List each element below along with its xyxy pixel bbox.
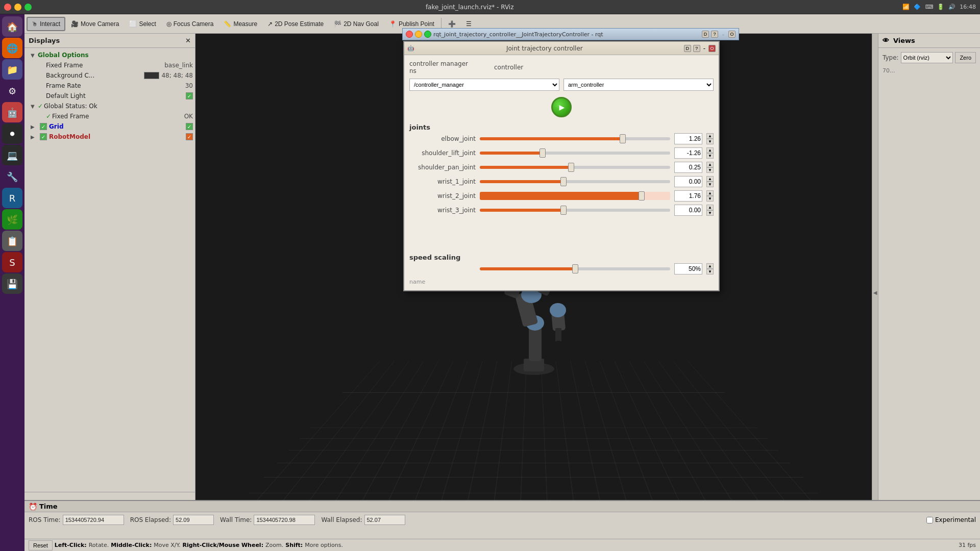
views-zero-button[interactable]: Zero [955, 52, 976, 63]
speed-thumb[interactable] [572, 264, 578, 273]
dock-icon-storage[interactable]: 💾 [2, 273, 22, 294]
tree-item-global-options[interactable]: ▼ Global Options [24, 50, 195, 60]
grid-enable-checkbox[interactable] [186, 123, 193, 130]
dock-icon-wrench[interactable]: 🔧 [2, 166, 22, 187]
wrist-3-value[interactable] [674, 205, 702, 216]
bg-color-box[interactable] [144, 72, 159, 79]
interact-button[interactable]: 🖱 Interact [27, 17, 65, 31]
grid-arrow[interactable]: ▶ [31, 124, 38, 130]
shoulder-pan-value[interactable] [674, 162, 702, 173]
shoulder-pan-slider-container[interactable] [480, 162, 670, 172]
ros-time-input[interactable] [63, 515, 124, 525]
dock-icon-green[interactable]: 🌿 [2, 209, 22, 230]
wrist-1-thumb[interactable] [560, 177, 567, 186]
wrist-1-spin-up[interactable]: ▲ [706, 176, 714, 182]
shoulder-lift-spin-down[interactable]: ▼ [706, 153, 714, 159]
tree-item-default-light[interactable]: Default Light [24, 91, 195, 101]
wrist-2-slider-container[interactable] [480, 191, 670, 201]
wrist-2-value[interactable] [674, 190, 702, 202]
tree-item-robot-model[interactable]: ▶ RobotModel [24, 132, 195, 142]
shoulder-lift-slider-container[interactable] [480, 148, 670, 158]
jtc-close-button[interactable]: O [708, 45, 716, 52]
elbow-value-input[interactable] [674, 133, 702, 144]
tree-item-grid[interactable]: ▶ Grid [24, 121, 195, 132]
shoulder-pan-thumb[interactable] [568, 163, 574, 172]
grid-checkbox[interactable] [40, 123, 47, 130]
robot-model-checkbox[interactable] [40, 133, 47, 140]
shoulder-lift-thumb[interactable] [540, 148, 546, 158]
wrist-2-thumb[interactable] [639, 191, 645, 201]
wrist-3-thumb[interactable] [560, 206, 567, 215]
global-options-arrow[interactable]: ▼ [31, 53, 38, 58]
global-status-arrow[interactable]: ▼ [31, 104, 38, 109]
reset-button[interactable]: Reset [29, 540, 53, 550]
speed-slider-container[interactable] [480, 264, 670, 274]
rqt-maximize-button[interactable] [424, 31, 431, 38]
robot-model-arrow[interactable]: ▶ [31, 134, 38, 140]
tree-item-fixed-frame-status[interactable]: ✓ Fixed Frame OK [24, 111, 195, 121]
dock-icon-unity[interactable]: ⚫ [2, 123, 22, 144]
elbow-slider-container[interactable] [480, 134, 670, 144]
wrist-2-spin-down[interactable]: ▼ [706, 196, 714, 202]
dock-icon-ros[interactable]: 🤖 [2, 102, 22, 122]
jtc-go-button[interactable] [551, 97, 572, 117]
speed-value-input[interactable] [674, 263, 702, 274]
rqt-d-button[interactable]: D [702, 31, 709, 38]
wrist-3-spin-down[interactable]: ▼ [706, 210, 714, 216]
wrist-1-spin-down[interactable]: ▼ [706, 182, 714, 187]
measure-button[interactable]: 📏 Measure [219, 17, 262, 31]
elbow-spin-up[interactable]: ▲ [706, 133, 714, 139]
rqt-help-button[interactable]: ? [711, 31, 718, 38]
collapse-handle[interactable]: ◀ [872, 34, 878, 551]
dock-icon-terminal[interactable]: 💻 [2, 145, 22, 165]
shoulder-pan-spin-up[interactable]: ▲ [706, 162, 714, 167]
rqt-close-button[interactable] [406, 31, 413, 38]
wrist-1-slider-container[interactable] [480, 177, 670, 187]
rqt-minimize-button[interactable] [415, 31, 422, 38]
pose-estimate-button[interactable]: ↗ 2D Pose Estimate [263, 17, 328, 31]
views-type-select[interactable]: Orbit (rviz) [901, 52, 953, 63]
jtc-help-button[interactable]: ? [693, 45, 700, 52]
shoulder-lift-value[interactable] [674, 147, 702, 159]
ros-elapsed-input[interactable] [173, 515, 214, 525]
dock-icon-settings[interactable]: ⚙ [2, 81, 22, 101]
elbow-spin-down[interactable]: ▼ [706, 139, 714, 144]
rqt-close2-button[interactable]: O [728, 31, 736, 38]
wall-time-input[interactable] [254, 515, 315, 525]
maximize-button[interactable] [24, 4, 32, 11]
controller-manager-select[interactable]: /controller_manager [409, 79, 559, 91]
dock-icon-red-s[interactable]: S [2, 252, 22, 272]
move-camera-button[interactable]: 🎥 Move Camera [66, 17, 124, 31]
experimental-checkbox[interactable] [926, 517, 933, 523]
controller-select[interactable]: arm_controller [564, 79, 714, 91]
dock-icon-browser[interactable]: 🌐 [2, 38, 22, 58]
focus-camera-button[interactable]: ◎ Focus Camera [162, 17, 218, 31]
elbow-slider-thumb[interactable] [620, 134, 626, 143]
wrist-3-slider-container[interactable] [480, 205, 670, 215]
wrist-2-spin-up[interactable]: ▲ [706, 190, 714, 196]
default-light-checkbox[interactable] [186, 92, 193, 99]
dock-icon-home[interactable]: 🏠 [2, 16, 22, 37]
shoulder-pan-spin-down[interactable]: ▼ [706, 167, 714, 173]
tree-item-frame-rate[interactable]: Frame Rate 30 [24, 81, 195, 91]
rqt-titlebar[interactable]: rqt_joint_trajectory_controller__JointTr… [402, 28, 739, 40]
speed-spin-up[interactable]: ▲ [706, 263, 714, 269]
tree-item-global-status[interactable]: ▼ ✓ Global Status: Ok [24, 101, 195, 111]
speed-spin-down[interactable]: ▼ [706, 269, 714, 274]
wrist-3-spin-up[interactable]: ▲ [706, 205, 714, 210]
dock-icon-files[interactable]: 📁 [2, 59, 22, 80]
nav-goal-button[interactable]: 🏁 2D Nav Goal [329, 17, 383, 31]
wall-elapsed-input[interactable] [364, 515, 405, 525]
tree-item-background-color[interactable]: Background C... 48; 48; 48 [24, 70, 195, 81]
displays-close-icon[interactable]: ✕ [185, 37, 191, 44]
jtc-d-button[interactable]: D [684, 45, 691, 52]
shoulder-lift-spin-up[interactable]: ▲ [706, 147, 714, 153]
dock-icon-file-manager[interactable]: 📋 [2, 231, 22, 251]
robot-model-enable-checkbox[interactable] [186, 133, 193, 140]
wrist-1-value[interactable] [674, 176, 702, 187]
dock-icon-rviz[interactable]: R [2, 188, 22, 208]
tree-item-fixed-frame[interactable]: Fixed Frame base_link [24, 60, 195, 70]
close-button[interactable] [4, 4, 11, 11]
select-button[interactable]: ⬜ Select [125, 17, 160, 31]
minimize-button[interactable] [14, 4, 21, 11]
